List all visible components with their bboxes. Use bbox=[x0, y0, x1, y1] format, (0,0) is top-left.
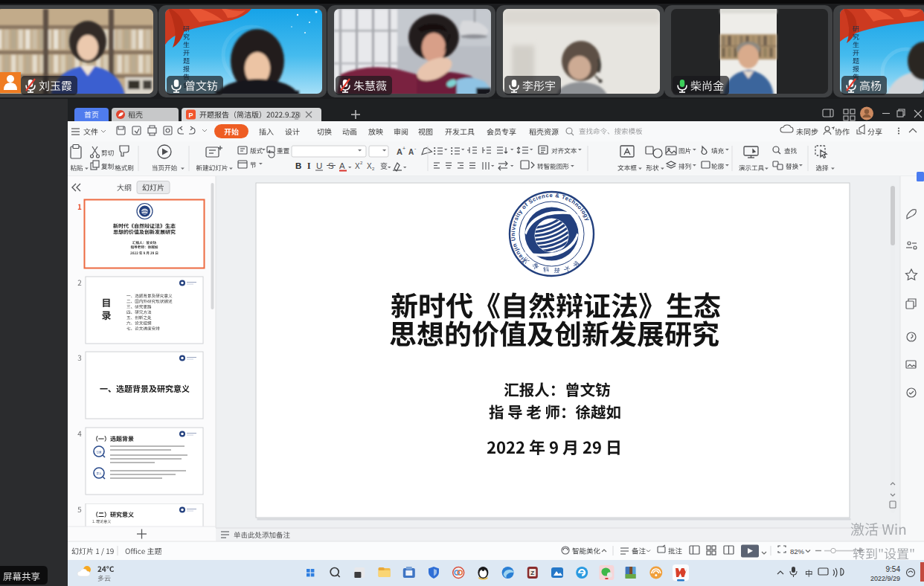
svg-text:B: B bbox=[295, 161, 301, 170]
svg-text:Z: Z bbox=[530, 570, 534, 576]
svg-text:9:54: 9:54 bbox=[886, 565, 901, 573]
svg-text:I: I bbox=[307, 161, 311, 170]
svg-text:A: A bbox=[397, 147, 402, 156]
svg-text:+: + bbox=[402, 146, 405, 151]
svg-text:A: A bbox=[339, 161, 345, 170]
svg-text:X: X bbox=[367, 162, 372, 170]
svg-text:2022/9/29: 2022/9/29 bbox=[870, 575, 900, 582]
svg-text:A: A bbox=[408, 148, 414, 156]
svg-text:P: P bbox=[188, 112, 193, 119]
svg-text:82%: 82% bbox=[790, 547, 805, 556]
svg-text:X: X bbox=[355, 162, 360, 170]
svg-text:U: U bbox=[316, 161, 322, 170]
